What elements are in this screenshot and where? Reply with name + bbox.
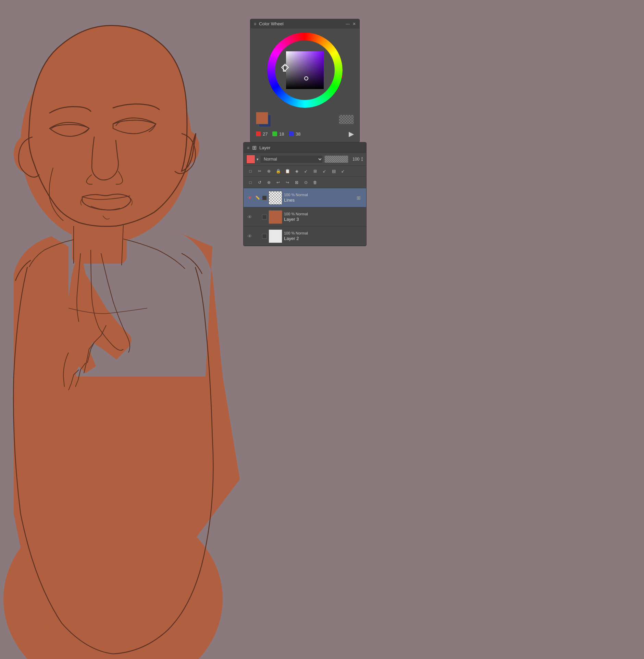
rgb-play-button[interactable]: ▶ [349,130,354,138]
g-value[interactable]: 18 [279,131,287,137]
color-wheel-close-btn[interactable]: ✕ [352,22,356,26]
toolbar-merge-up-btn[interactable]: ↪ [283,178,292,187]
transparent-swatch[interactable] [339,115,354,124]
color-wheel-svg[interactable] [267,33,343,108]
layer-panel-menu-icon[interactable]: ≡ [247,145,249,150]
layer-checkbox-lines[interactable] [262,195,267,200]
color-wheel-body: 27 18 38 ▶ [250,28,359,142]
b-value[interactable]: 38 [296,131,303,137]
opacity-arrows[interactable]: ▲ ▼ [361,156,363,162]
b-color-label [289,131,294,136]
foreground-color-swatch[interactable] [256,112,268,124]
toolbar-cut-btn[interactable]: ✂ [256,167,264,175]
toolbar-new-layer-btn[interactable]: □ [246,167,255,175]
layer-toolbar-row-1: □ ✂ ⊕ 🔒 📋 ◈ ↙ ⊞ ↙ ▤ ↙ [244,166,366,177]
layer-name-layer2[interactable]: Layer 2 [284,236,352,241]
layer-row-lines[interactable]: 👁 ✏️ 100 % Normal Lines ⊞ [244,188,366,207]
toolbar-mask-arrow-btn[interactable]: ↙ [302,167,310,175]
layer-visibility-lines[interactable]: 👁 [246,194,253,201]
layer-titlebar: ≡ ⊞ Layer [244,142,366,153]
toolbar-merge-down-btn[interactable]: ↩ [274,178,282,187]
toolbar-folder-btn[interactable]: □ [246,178,255,187]
layer-visibility-layer3[interactable]: 👁 [246,214,253,220]
toolbar-copy-btn[interactable]: 📋 [283,167,292,175]
layer-color-dropdown[interactable]: ▾ [257,157,259,162]
toolbar-lock-btn[interactable]: 🔒 [274,167,282,175]
layer-panel-title: Layer [259,145,271,150]
toolbar-color-correct-btn[interactable]: ▤ [330,167,338,175]
color-wheel-title: Color Wheel [259,21,284,26]
blend-mode-select[interactable]: NormalMultiplyScreenOverlaySoft LightHar… [260,155,323,163]
layer-opacity-layer3: 100 % Normal [284,212,352,216]
layer-thumbnail-layer3 [269,210,282,224]
r-value[interactable]: 27 [263,131,270,137]
color-swatches-row [255,112,355,127]
layer-link-layer2[interactable] [354,231,363,241]
layer-name-lines[interactable]: Lines [284,198,352,203]
color-wheel-minimize-btn[interactable]: — [346,22,350,26]
rgb-row: 27 18 38 ▶ [255,130,355,138]
color-wheel-panel: ≡ Color Wheel — ✕ [250,19,360,142]
layer-toolbar-row-2: □ ↺ ⊕ ↩ ↪ ⊠ ⊙ 🗑 [244,177,366,188]
layer-lock-layer2[interactable] [255,233,260,239]
layer-info-lines: 100 % Normal Lines [284,193,352,203]
toolbar-combine-btn[interactable]: ⊕ [265,178,273,187]
color-wheel-title-area: ≡ Color Wheel [254,21,284,26]
color-wheel-panel-controls: — ✕ [346,22,356,26]
layer-thumbnail-layer2 [269,229,282,243]
layer-color-swatch[interactable] [246,155,255,164]
color-wheel-menu-icon[interactable]: ≡ [254,22,256,26]
toolbar-rotate-btn[interactable]: ↺ [256,178,264,187]
layer-checkbox-layer3[interactable] [262,215,267,219]
layer-name-layer3[interactable]: Layer 3 [284,217,352,222]
toolbar-duplicate-btn[interactable]: ⊙ [302,178,310,187]
color-swatch-stack[interactable] [256,112,271,127]
layer-opacity-lines: 100 % Normal [284,193,352,197]
layer-lock-lines[interactable]: ✏️ [255,195,260,201]
color-wheel-titlebar: ≡ Color Wheel — ✕ [250,19,359,28]
toolbar-transfer-btn[interactable]: ⊠ [293,178,301,187]
g-color-label [272,131,277,136]
wheel-container[interactable] [267,33,343,108]
layer-lock-layer3[interactable] [255,214,260,220]
layer-visibility-layer2[interactable]: 👁 [246,233,253,240]
layer-panel: ≡ ⊞ Layer ▾ NormalMultiplyScreenOverlayS… [243,142,367,246]
layer-thumbnail-lines [269,191,282,205]
layer-checkbox-layer2[interactable] [262,234,267,239]
layer-row-layer2[interactable]: 👁 100 % Normal Layer 2 [244,227,366,246]
layer-link-lines[interactable]: ⊞ [354,193,363,203]
r-color-label [256,131,261,136]
layer-info-layer3: 100 % Normal Layer 3 [284,212,352,222]
toolbar-effect-btn[interactable]: ⊞ [311,167,319,175]
layer-row-layer3[interactable]: 👁 100 % Normal Layer 3 [244,207,366,227]
toolbar-effect-arrow-btn[interactable]: ↙ [320,167,329,175]
layer-controls-row: ▾ NormalMultiplyScreenOverlaySoft LightH… [244,153,366,166]
toolbar-reference-btn[interactable]: ⊕ [265,167,273,175]
layer-info-layer2: 100 % Normal Layer 2 [284,231,352,241]
svg-rect-10 [286,51,324,89]
layer-opacity-layer2: 100 % Normal [284,231,352,235]
layer-body: ▾ NormalMultiplyScreenOverlaySoft LightH… [244,153,366,246]
toolbar-delete-btn[interactable]: 🗑 [311,178,319,187]
toolbar-mask-btn[interactable]: ◈ [293,167,301,175]
layer-link-layer3[interactable] [354,212,363,222]
opacity-value[interactable]: 100 [350,157,359,162]
toolbar-color-arrow-btn[interactable]: ↙ [339,167,347,175]
opacity-preview [324,155,348,163]
layers-stack-icon: ⊞ [252,144,257,151]
